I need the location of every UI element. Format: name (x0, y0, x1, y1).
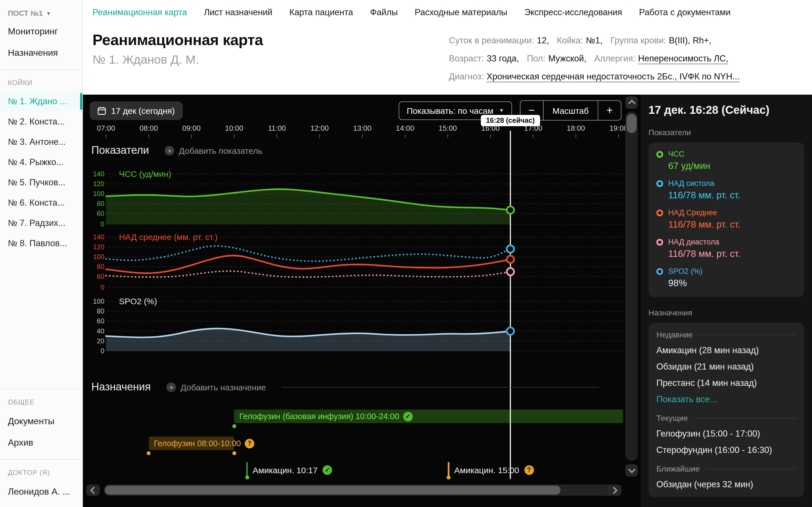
patient-info-label: Диагноз: (449, 71, 484, 81)
chevron-right-icon (610, 487, 617, 494)
prescriptions-title: Назначения (91, 381, 151, 393)
show-all-link[interactable]: Показать все... (656, 394, 796, 404)
nav-tab[interactable]: Карта пациента (289, 7, 353, 17)
beds-list: № 1. Ждано ...№ 2. Конста...№ 3. Антоне.… (0, 91, 82, 253)
event-marker-line (246, 462, 248, 478)
prescription-event-label: Амикацин. 10:17 (253, 465, 317, 474)
vertical-scrollbar-thumb[interactable] (626, 114, 637, 133)
prescription-item: Амикацин (28 мин назад) (656, 345, 796, 355)
post-selector[interactable]: ПОСТ №1 ▼ (0, 0, 82, 21)
series-area (106, 328, 510, 351)
doctor-section-label: ДОКТОР (Я) (0, 460, 82, 481)
time-axis-label: 12:00 (310, 124, 329, 132)
horizontal-scrollbar[interactable] (104, 485, 616, 496)
vertical-scrollbar[interactable] (625, 112, 638, 461)
series-current-marker (507, 268, 514, 276)
current-values-panel: 17 дек. 16:28 (Сейчас) Показатели ЧСС67 … (641, 95, 812, 507)
prescription-bar[interactable]: Гелофузин (базовая инфузия) 10:00-24:00✓ (234, 409, 623, 423)
patient-info-label: Аллергия: (594, 54, 635, 63)
event-marker-line (448, 462, 449, 478)
sidebar-item[interactable]: Архив (0, 432, 82, 453)
scroll-down-button[interactable] (625, 464, 638, 476)
zoom-in-button[interactable]: + (598, 101, 621, 120)
metric-ring-icon (656, 268, 663, 275)
series-line (106, 246, 510, 261)
patient-info-value: №1, (586, 36, 603, 45)
scroll-up-button[interactable] (625, 96, 638, 109)
sidebar-bed-item[interactable]: № 8. Павлов... (0, 233, 82, 253)
series-group-label: ЧСС (уд/мин) (119, 169, 171, 179)
post-label: ПОСТ №1 (8, 9, 43, 17)
patient-info-value: 33 года, (487, 54, 519, 63)
status-question-icon: ? (524, 465, 534, 474)
y-axis-tick-label: 80 (97, 307, 104, 315)
plus-icon: + (165, 146, 174, 155)
sidebar-bed-item[interactable]: № 7. Радзих... (0, 213, 82, 233)
prescription-event[interactable]: Амикацин. 15:00? (448, 462, 534, 478)
metric-ring-icon (656, 209, 663, 216)
patient-info-value: B(III), Rh+, (669, 36, 711, 45)
add-prescription-button[interactable]: + Добавить назначение (163, 382, 269, 392)
prescription-bar-label: Гелофузин (базовая инфузия) 10:00-24:00 (239, 412, 399, 421)
prescription-event[interactable]: Амикацин. 10:17✓ (246, 462, 332, 478)
scroll-left-button[interactable] (86, 485, 100, 496)
prescription-bar-label: Гелофузин 08:00-10:00 (154, 439, 241, 448)
nav-tab[interactable]: Реанимационная карта (93, 7, 187, 17)
metric-value: 98% (668, 278, 796, 288)
status-check-icon: ✓ (322, 465, 332, 474)
y-axis-tick-label: 140 (93, 233, 104, 241)
y-axis-tick-label: 0 (101, 283, 104, 291)
app-window: ПОСТ №1 ▼ МониторингНазначения КОЙКИ № 1… (0, 0, 812, 507)
y-axis-tick-label: 100 (93, 190, 104, 198)
sidebar-bed-item[interactable]: № 4. Рыжко... (0, 152, 82, 172)
sidebar-item[interactable]: Мониторинг (0, 21, 82, 42)
nav-tab[interactable]: Расходные материалы (415, 7, 507, 17)
divider (698, 334, 796, 335)
sidebar-bed-item[interactable]: № 1. Ждано ... (0, 91, 82, 112)
prescription-bar[interactable]: Гелофузин 08:00-10:00? (149, 437, 234, 450)
nav-tab[interactable]: Лист назначений (204, 7, 272, 17)
series-current-marker (507, 207, 514, 214)
metric-ring-icon (656, 238, 663, 245)
current-time-line (510, 399, 511, 479)
chevron-down-icon: ▼ (499, 108, 504, 113)
patient-info-label: Возраст: (449, 54, 484, 63)
metric-row: НАД Среднее116/78 мм. рт. ст. (656, 209, 796, 230)
series-line (106, 256, 510, 273)
y-axis-tick-label: 120 (93, 180, 104, 187)
y-axis-tick-label: 100 (93, 253, 104, 261)
sidebar-bed-item[interactable]: № 5. Пучков... (0, 172, 82, 193)
horizontal-scrollbar-thumb[interactable] (105, 486, 560, 495)
time-axis-label: 08:00 (140, 124, 158, 132)
prescription-group-label: Ближайшие (656, 464, 700, 473)
sidebar-bed-item[interactable]: № 6. Конста... (0, 193, 82, 213)
sidebar-item[interactable]: Документы (0, 411, 82, 432)
patient-info-line: Суток в реанимации:12,Койка:№1,Группа кр… (449, 32, 812, 50)
patient-info-line: Возраст:33 года,Пол:Мужской,Аллергия:Неп… (449, 50, 812, 68)
metric-name: SPO2 (%) (668, 267, 703, 276)
y-axis-tick-label: 120 (93, 243, 104, 251)
metric-value: 116/78 мм. рт. ст. (668, 248, 796, 259)
divider (705, 468, 796, 469)
time-axis-label: 13:00 (353, 124, 371, 132)
doctor-name[interactable]: Леонидов А. ... (0, 481, 82, 507)
nav-tab[interactable]: Работа с документами (639, 7, 731, 17)
sidebar-bed-item[interactable]: № 3. Антоне... (0, 132, 82, 152)
y-axis-tick-label: 80 (97, 263, 104, 270)
sidebar-item[interactable]: Назначения (0, 42, 82, 64)
y-axis-tick-label: 60 (97, 317, 104, 325)
add-indicator-button[interactable]: + Добавить показатель (161, 145, 266, 156)
metric-row: НАД диастола116/78 мм. рт. ст. (656, 238, 796, 259)
y-axis-tick-label: 60 (97, 273, 104, 280)
chart-toolbar: 17 дек (сегодня) Показывать: по часам ▼ … (90, 100, 621, 121)
scroll-right-button[interactable] (608, 485, 621, 496)
nav-tab[interactable]: Файлы (370, 7, 398, 17)
show-mode-label: Показывать: по часам (407, 106, 493, 115)
nav-tab[interactable]: Экспресс-исследования (524, 7, 622, 17)
metric-name: НАД систола (668, 179, 714, 187)
metric-value: 116/78 мм. рт. ст. (668, 219, 796, 230)
sidebar-bed-item[interactable]: № 2. Конста... (0, 112, 82, 132)
patient-info-value: Непереносимость ЛС, (638, 54, 728, 63)
time-axis-label: 10:00 (225, 124, 243, 132)
date-button[interactable]: 17 дек (сегодня) (90, 101, 183, 120)
